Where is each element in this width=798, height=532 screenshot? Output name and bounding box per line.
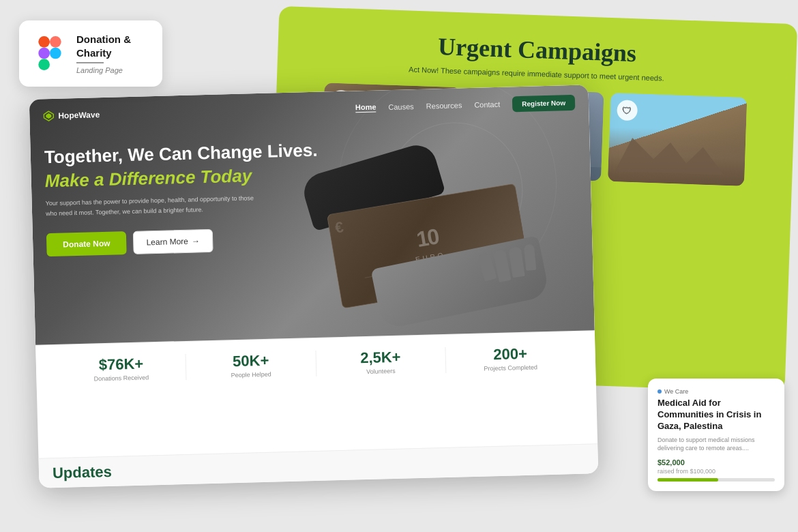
- hero-content: Together, We Can Change Lives. Make a Di…: [44, 133, 579, 257]
- figma-divider: [76, 62, 104, 63]
- arrow-icon: →: [192, 237, 200, 246]
- stat-donations: $76K+ Donations Received: [57, 354, 187, 383]
- updates-label: Updates: [53, 462, 112, 482]
- svg-rect-2: [38, 48, 50, 59]
- stat-projects-value: 200+: [445, 344, 575, 365]
- nav-resources[interactable]: Resources: [426, 101, 462, 110]
- stat-people-value: 50K+: [186, 351, 316, 372]
- dot-indicator: [657, 389, 662, 394]
- svg-rect-0: [38, 36, 50, 48]
- brand: HopeWave: [43, 109, 100, 121]
- medical-aid-card: We Care Medical Aid for Communities in C…: [648, 379, 784, 491]
- stat-projects: 200+ Projects Completed: [445, 344, 575, 373]
- progress-bar-background: [657, 478, 775, 482]
- landing-page: HopeWave Home Causes Resources Contact R…: [29, 85, 599, 488]
- stat-projects-label: Projects Completed: [446, 363, 575, 373]
- register-button[interactable]: Register Now: [512, 94, 575, 111]
- nav-causes[interactable]: Causes: [388, 102, 414, 111]
- progress-bar-fill: [657, 478, 718, 482]
- updates-strip: Updates: [38, 443, 598, 488]
- svg-marker-6: [46, 113, 51, 119]
- svg-rect-1: [50, 36, 61, 48]
- figma-card: Donation & Charity Landing Page: [19, 20, 162, 87]
- donate-now-button[interactable]: Donate Now: [46, 231, 127, 256]
- nav-links: Home Causes Resources Contact Register N…: [355, 94, 576, 115]
- figma-card-subtitle: Landing Page: [76, 66, 131, 74]
- svg-rect-3: [38, 59, 50, 71]
- destroyed-image: 🛡: [608, 93, 747, 186]
- stat-donations-label: Donations Received: [57, 373, 186, 383]
- nav-home[interactable]: Home: [355, 103, 376, 113]
- medical-card-desc: Donate to support medical missions deliv…: [657, 436, 775, 453]
- stat-donations-value: $76K+: [57, 354, 186, 375]
- hero-section: HopeWave Home Causes Resources Contact R…: [29, 85, 595, 344]
- nav-contact[interactable]: Contact: [474, 100, 500, 109]
- brand-logo-icon: [43, 110, 54, 121]
- svg-point-4: [50, 48, 61, 59]
- campaign-card-destroyed[interactable]: 🛡: [608, 93, 747, 186]
- learn-more-button[interactable]: Learn More →: [133, 229, 213, 254]
- stat-volunteers-label: Volunteers: [316, 366, 445, 376]
- hero-description: Your support has the power to provide ho…: [46, 193, 265, 218]
- stat-people-label: People Helped: [187, 370, 316, 380]
- figma-logo-icon: [33, 36, 67, 70]
- brand-name: HopeWave: [58, 110, 100, 121]
- medical-card-title: Medical Aid for Communities in Crisis in…: [657, 398, 775, 432]
- medical-icon: 🛡: [617, 100, 638, 121]
- we-care-tag: We Care: [657, 388, 775, 395]
- fingers: [478, 243, 539, 285]
- stat-volunteers-value: 2,5K+: [316, 347, 445, 368]
- figma-card-text: Donation & Charity Landing Page: [76, 33, 131, 74]
- medical-card-goal: raised from $100,000: [657, 468, 775, 475]
- figma-card-title: Donation & Charity: [76, 33, 131, 59]
- medical-card-raised: $52,000: [657, 458, 775, 467]
- stat-volunteers: 2,5K+ Volunteers: [316, 347, 446, 376]
- stat-people: 50K+ People Helped: [186, 351, 316, 380]
